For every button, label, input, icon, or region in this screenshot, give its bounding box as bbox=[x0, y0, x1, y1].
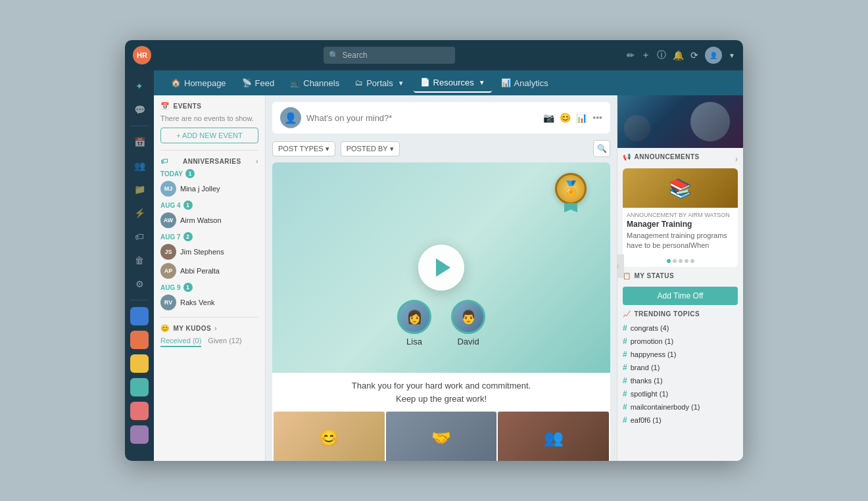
kudos-tab-given[interactable]: Given (12) bbox=[208, 337, 241, 347]
medal-container: 🏅 bbox=[555, 173, 587, 212]
add-time-off-button[interactable]: Add Time Off bbox=[623, 287, 738, 305]
right-panel: 📢 ANNOUNCEMENTS › 📚 ANNOUNCEMENT BY AIRM… bbox=[617, 95, 743, 461]
anniversaries-chevron[interactable]: › bbox=[256, 158, 258, 165]
compose-avatar: 👤 bbox=[280, 107, 301, 128]
trending-item-eaf0f6[interactable]: # eaf0f6 (1) bbox=[623, 414, 738, 427]
play-button[interactable] bbox=[418, 245, 464, 291]
dot-1[interactable] bbox=[667, 259, 671, 263]
feed-search-button[interactable]: 🔍 bbox=[593, 140, 610, 157]
more-icon[interactable]: ••• bbox=[592, 112, 602, 123]
camera-icon[interactable]: 📷 bbox=[543, 112, 554, 123]
trending-section: 📈 TRENDING TOPICS # congrats (4) # promo… bbox=[623, 310, 738, 427]
person-name: Raks Venk bbox=[180, 298, 215, 306]
dot-3[interactable] bbox=[679, 259, 683, 263]
posted-by-filter[interactable]: POSTED BY ▾ bbox=[341, 141, 400, 156]
left-panel: 📅 EVENTS There are no events to show. + … bbox=[154, 95, 266, 461]
sidebar-item-folder[interactable]: 📁 bbox=[129, 179, 150, 200]
badge-red[interactable] bbox=[130, 402, 149, 420]
hash-icon: # bbox=[623, 350, 627, 359]
sidebar-item-star[interactable]: ✦ bbox=[129, 76, 150, 97]
nav-item-resources[interactable]: 📄 Resources ▼ bbox=[414, 74, 492, 93]
badge-teal[interactable] bbox=[130, 378, 149, 396]
badge-purple[interactable] bbox=[130, 425, 149, 444]
sidebar-item-settings[interactable]: ⚙ bbox=[129, 274, 150, 295]
hero-circle-1 bbox=[690, 102, 730, 141]
my-status-section: 📋 MY STATUS Add Time Off bbox=[623, 272, 738, 305]
announcements-title: 📢 ANNOUNCEMENTS bbox=[623, 153, 700, 160]
dot-4[interactable] bbox=[685, 259, 688, 263]
help-icon[interactable]: ⓘ bbox=[657, 49, 666, 61]
nav-item-channels[interactable]: 📺 Channels bbox=[283, 74, 346, 92]
search-bar[interactable]: 🔍 Search bbox=[324, 47, 455, 64]
sidebar-divider-2 bbox=[130, 300, 149, 300]
pencil-icon[interactable]: ✏ bbox=[627, 50, 635, 60]
avatar: AP bbox=[160, 263, 176, 279]
trending-item-happyness[interactable]: # happyness (1) bbox=[623, 348, 738, 361]
dot-5[interactable] bbox=[690, 259, 694, 263]
dot-2[interactable] bbox=[673, 259, 677, 263]
trending-item-mailcontainerbody[interactable]: # mailcontainerbody (1) bbox=[623, 400, 738, 414]
chevron-down-icon[interactable]: ▼ bbox=[729, 52, 735, 59]
nav-item-portals[interactable]: 🗂 Portals ▼ bbox=[349, 74, 410, 92]
list-item: RV Raks Venk bbox=[160, 295, 258, 310]
nav-item-feed[interactable]: 📡 Feed bbox=[235, 74, 281, 92]
compose-input[interactable] bbox=[306, 113, 538, 123]
trending-title: 📈 TRENDING TOPICS bbox=[623, 310, 738, 318]
trending-item-spotlight[interactable]: # spotlight (1) bbox=[623, 387, 738, 400]
medal-icon: 🏅 bbox=[555, 173, 587, 204]
nav-label-feed: Feed bbox=[255, 78, 275, 88]
announcements-chevron[interactable]: › bbox=[735, 155, 738, 164]
collapse-button[interactable]: ‹ bbox=[617, 254, 624, 278]
kudos-chevron[interactable]: › bbox=[214, 325, 217, 332]
person-name: Mina j Jolley bbox=[180, 185, 220, 193]
sidebar-item-people[interactable]: 👥 bbox=[129, 155, 150, 176]
kudos-tabs: Received (0) Given (12) bbox=[160, 337, 258, 347]
feed-filters: POST TYPES ▾ POSTED BY ▾ 🔍 bbox=[272, 140, 610, 157]
kudos-tab-received[interactable]: Received (0) bbox=[160, 337, 201, 347]
chart-icon[interactable]: 📊 bbox=[576, 112, 587, 123]
app-logo[interactable]: HR bbox=[133, 46, 151, 64]
anniversary-group-aug9: AUG 9 1 bbox=[160, 283, 258, 292]
hash-icon: # bbox=[623, 389, 627, 398]
post-card: 🏅 👩 Lisa bbox=[272, 162, 610, 461]
trending-item-congrats[interactable]: # congrats (4) bbox=[623, 322, 738, 335]
announcements-header: 📢 ANNOUNCEMENTS › bbox=[623, 153, 738, 164]
refresh-icon[interactable]: ⟳ bbox=[690, 50, 698, 60]
sidebar-item-chat[interactable]: 💬 bbox=[129, 99, 150, 120]
hash-icon: # bbox=[623, 376, 627, 385]
anniversaries-title: 🏷 ANNIVERSARIES › bbox=[160, 157, 258, 165]
nav-item-homepage[interactable]: 🏠 Homepage bbox=[164, 74, 233, 92]
search-icon: 🔍 bbox=[329, 51, 339, 60]
nav-bar: 🏠 Homepage 📡 Feed 📺 Channels 🗂 Portals ▼ bbox=[154, 70, 743, 95]
aug7-count-badge: 2 bbox=[183, 232, 193, 241]
sidebar-item-trash[interactable]: 🗑 bbox=[129, 250, 150, 271]
bell-icon[interactable]: 🔔 bbox=[673, 50, 684, 60]
add-event-button[interactable]: + ADD NEW EVENT bbox=[160, 128, 258, 143]
nav-label-resources: Resources bbox=[433, 78, 474, 87]
sidebar-item-calendar[interactable]: 📅 bbox=[129, 131, 150, 153]
emoji-icon[interactable]: 😊 bbox=[560, 112, 571, 123]
plus-icon[interactable]: ＋ bbox=[641, 49, 650, 61]
trending-item-thanks[interactable]: # thanks (1) bbox=[623, 374, 738, 387]
nav-item-analytics[interactable]: 📊 Analytics bbox=[494, 74, 555, 92]
trending-item-promotion[interactable]: # promotion (1) bbox=[623, 335, 738, 348]
badge-blue[interactable] bbox=[130, 307, 149, 325]
sidebar-item-flag[interactable]: 🏷 bbox=[129, 226, 150, 247]
trending-tag: promotion (1) bbox=[631, 337, 673, 345]
analytics-icon: 📊 bbox=[501, 78, 511, 87]
home-icon: 🏠 bbox=[171, 78, 181, 87]
app-window: HR 🔍 Search ✏ ＋ ⓘ 🔔 ⟳ 👤 ▼ ✦ 💬 📅 👥 📁 bbox=[125, 40, 743, 461]
post-types-filter[interactable]: POST TYPES ▾ bbox=[272, 141, 335, 156]
anniversary-group-aug7: AUG 7 2 bbox=[160, 232, 258, 241]
portals-icon: 🗂 bbox=[355, 78, 363, 87]
badge-orange[interactable] bbox=[130, 331, 149, 349]
sidebar-item-filter[interactable]: ⚡ bbox=[129, 203, 150, 224]
posted-by-chevron: ▾ bbox=[390, 145, 394, 153]
anniversary-group-today: TODAY 1 bbox=[160, 169, 258, 178]
trending-item-brand[interactable]: # brand (1) bbox=[623, 361, 738, 374]
post-message-line1: Thank you for your hard work and commitm… bbox=[283, 379, 600, 393]
user-avatar[interactable]: 👤 bbox=[705, 47, 722, 64]
avatar: JS bbox=[160, 244, 176, 260]
badge-yellow[interactable] bbox=[130, 354, 149, 373]
announcement-by: ANNOUNCEMENT BY AIRM WATSON bbox=[627, 212, 734, 218]
